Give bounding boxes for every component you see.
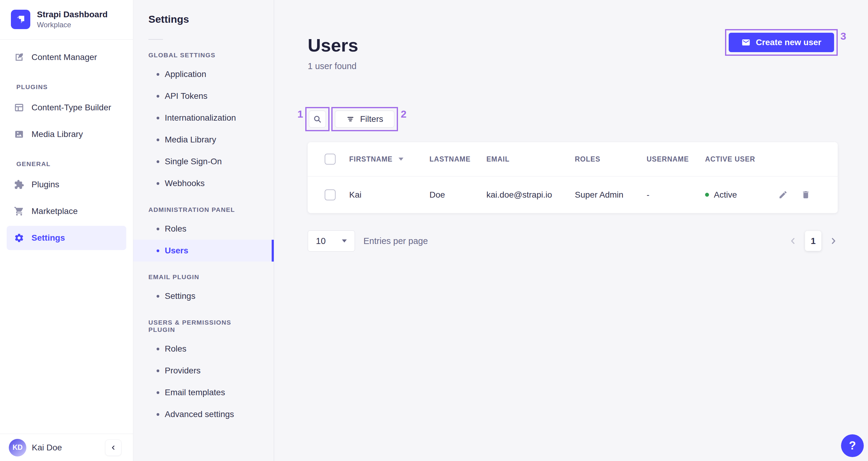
subnav-item-api-tokens[interactable]: API Tokens [133,85,274,107]
sidebar-item-label: Content-Type Builder [31,103,111,112]
subnav-item-label: Webhooks [165,178,205,188]
subnav-item-admin-users[interactable]: Users [133,240,274,262]
bullet-icon [157,160,159,163]
column-header-roles[interactable]: ROLES [575,155,647,163]
trash-icon [801,190,810,199]
table-row[interactable]: Kai Doe kai.doe@strapi.io Super Admin - … [308,176,838,213]
column-header-lastname[interactable]: LASTNAME [430,155,486,163]
workplace-label: Workplace [37,21,107,29]
avatar: KD [9,439,26,457]
row-checkbox[interactable] [325,190,336,200]
sidebar-footer: KD Kai Doe [0,434,133,461]
bullet-icon [157,228,159,230]
sort-caret-down-icon[interactable] [399,157,403,161]
delete-user-button[interactable] [801,190,810,199]
table-header-row: FIRSTNAME LASTNAME EMAIL ROLES USERNAME … [308,142,838,176]
bullet-icon [157,370,159,372]
current-page-button[interactable]: 1 [805,231,822,251]
subnav-section-global-settings: GLOBAL SETTINGS Application API Tokens I… [133,52,274,194]
pager: 1 [789,231,838,251]
page-size-select[interactable]: 10 [308,230,355,252]
subnav-section-label: GLOBAL SETTINGS [133,52,274,59]
subnav-item-label: Providers [165,366,200,376]
subnav-title: Settings [133,13,274,25]
subnav-item-label: Single Sign-On [165,157,222,166]
user-count-text: 1 user found [308,61,358,71]
subnav-section-label: ADMINISTRATION PANEL [133,206,274,213]
column-header-email[interactable]: EMAIL [486,155,575,163]
column-header-firstname[interactable]: FIRSTNAME [349,155,430,163]
sidebar-item-label: Marketplace [31,206,78,216]
brand-text: Strapi Dashboard Workplace [37,10,107,29]
pencil-icon [778,190,788,199]
edit-user-button[interactable] [778,190,788,199]
bullet-icon [157,139,159,141]
column-header-username[interactable]: USERNAME [647,155,705,163]
filters-label: Filters [360,114,383,124]
subnav-item-internationalization[interactable]: Internationalization [133,107,274,129]
collapse-sidebar-button[interactable] [105,439,121,456]
subnav-item-label: Roles [165,224,187,234]
cell-roles: Super Admin [575,190,647,200]
bullet-icon [157,413,159,416]
main-sidebar: Strapi Dashboard Workplace Content Manag… [0,0,133,461]
subnav-item-application[interactable]: Application [133,63,274,85]
filter-icon [346,115,355,123]
create-new-user-button[interactable]: Create new user [729,33,834,52]
column-header-active-user[interactable]: ACTIVE USER [705,155,775,163]
subnav-item-providers[interactable]: Providers [133,360,274,382]
cell-lastname: Doe [430,190,486,200]
main-content: Users 1 user found 3 Create new user 1 [274,0,868,461]
sidebar-item-label: Plugins [31,180,59,190]
chevron-right-icon [829,237,838,245]
cell-firstname: Kai [349,190,430,200]
annotation-box-2: 2 Filters [331,107,398,131]
subnav-item-media-library[interactable]: Media Library [133,129,274,151]
row-actions-cell [775,190,838,199]
bullet-icon [157,117,159,119]
subnav-item-single-sign-on[interactable]: Single Sign-On [133,151,274,172]
sidebar-item-label: Settings [31,233,65,243]
chevron-left-icon [110,444,117,451]
bullet-icon [157,182,159,185]
row-checkbox-cell [308,190,349,200]
help-button[interactable]: ? [841,434,864,457]
sidebar-item-content-type-builder[interactable]: Content-Type Builder [7,95,126,120]
previous-page-button[interactable] [789,237,797,245]
header-checkbox-cell [308,154,349,165]
sidebar-item-plugins[interactable]: Plugins [7,172,126,197]
envelope-icon [741,38,750,47]
layout-icon [14,103,24,113]
subnav-section-users-permissions: USERS & PERMISSIONS PLUGIN Roles Provide… [133,319,274,425]
subnav-item-admin-roles[interactable]: Roles [133,218,274,240]
sidebar-item-media-library[interactable]: Media Library [7,122,126,146]
subnav-item-up-roles[interactable]: Roles [133,338,274,360]
next-page-button[interactable] [829,237,838,245]
select-all-checkbox[interactable] [325,154,336,165]
subnav-item-email-templates[interactable]: Email templates [133,382,274,403]
sidebar-section-plugins: PLUGINS [7,83,126,91]
search-button[interactable] [309,111,326,127]
filters-button[interactable]: Filters [335,111,394,127]
subnav-item-label: Media Library [165,135,216,145]
search-icon [313,115,322,124]
sidebar-item-content-manager[interactable]: Content Manager [7,45,126,69]
subnav-item-label: Advanced settings [165,409,234,419]
strapi-logo-icon [11,10,30,29]
subnav-item-label: Internationalization [165,113,236,123]
subnav-divider [148,39,163,40]
table-actions-row: 1 2 Filters [305,107,838,131]
subnav-item-label: Application [165,69,206,79]
users-table: FIRSTNAME LASTNAME EMAIL ROLES USERNAME … [308,142,838,213]
subnav-item-webhooks[interactable]: Webhooks [133,172,274,194]
sidebar-item-settings[interactable]: Settings [7,226,126,250]
user-name: Kai Doe [32,443,100,453]
cart-icon [14,206,24,217]
cell-email: kai.doe@strapi.io [486,190,575,200]
sidebar-section-general: GENERAL [7,160,126,168]
subnav-item-email-settings[interactable]: Settings [133,285,274,307]
subnav-item-label: Roles [165,344,187,354]
sidebar-item-marketplace[interactable]: Marketplace [7,199,126,223]
subnav-item-advanced-settings[interactable]: Advanced settings [133,403,274,425]
subnav-item-label: API Tokens [165,91,208,101]
